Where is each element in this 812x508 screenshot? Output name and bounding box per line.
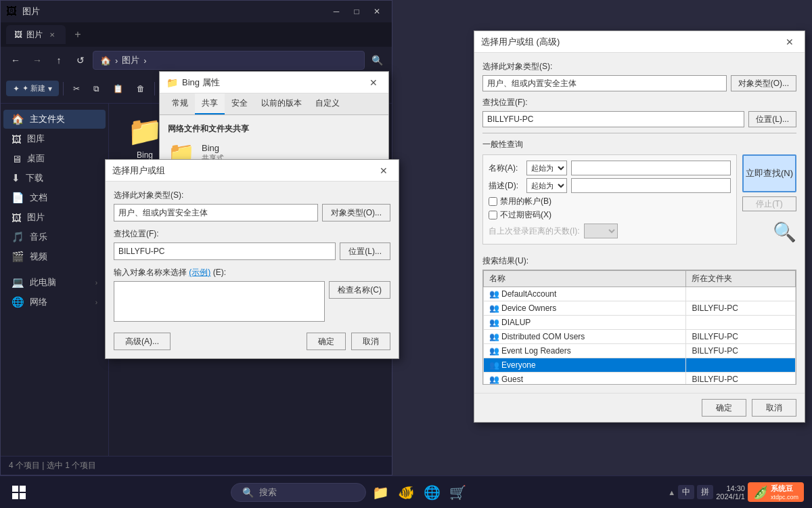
- sidebar-item-home[interactable]: 🏠 主文件夹: [3, 110, 106, 129]
- sidebar-item-gallery[interactable]: 🖼 图库: [3, 129, 106, 148]
- checkbox-noexpire-label: 不过期密码(X): [500, 209, 551, 221]
- sidebar-label-thispc: 此电脑: [30, 276, 56, 289]
- prop-tab-general[interactable]: 常规: [165, 93, 195, 114]
- cut-btn[interactable]: ✂: [68, 81, 85, 96]
- adv-ok-btn[interactable]: 确定: [702, 399, 746, 417]
- prop-tab-share[interactable]: 共享: [195, 93, 225, 114]
- tab-pictures[interactable]: 🖼 图片 ✕: [6, 25, 66, 44]
- sidebar-label-home: 主文件夹: [30, 113, 65, 125]
- new-tab-btn[interactable]: +: [68, 25, 87, 44]
- forward-btn[interactable]: →: [28, 51, 47, 70]
- clock-area[interactable]: 14:30 2024/1/1: [716, 484, 745, 501]
- address-text: 图片: [122, 54, 139, 66]
- close-btn[interactable]: ✕: [367, 4, 386, 19]
- su-small-close-btn[interactable]: ✕: [376, 164, 392, 177]
- explorer-taskbar-icon: 📁: [372, 484, 389, 501]
- paste-icon: 📋: [113, 84, 123, 93]
- su-location-btn[interactable]: 位置(L)...: [340, 242, 390, 260]
- adv-query-left: 名称(A): 起始为 描述(D): 起始为: [482, 154, 737, 250]
- adv-obj-type-btn[interactable]: 对象类型(O)...: [731, 75, 796, 91]
- sidebar-label-videos: 视频: [30, 251, 47, 263]
- table-row[interactable]: 👥GuestBILLYFU-PC: [484, 373, 796, 385]
- tab-close-btn[interactable]: ✕: [47, 29, 58, 40]
- query-desc-input[interactable]: [571, 178, 731, 193]
- sidebar-item-network[interactable]: 🌐 网络 ›: [3, 293, 106, 312]
- stop-btn[interactable]: 停止(T): [742, 196, 796, 211]
- prop-tab-security[interactable]: 安全: [225, 93, 254, 114]
- table-row[interactable]: 👥Device OwnersBILLYFU-PC: [484, 301, 796, 316]
- tray-arrow[interactable]: ▲: [668, 488, 675, 496]
- table-row[interactable]: 👥DefaultAccount: [484, 287, 796, 301]
- su-small-title-text: 选择用户或组: [112, 165, 165, 177]
- pictures-icon: 🖼: [12, 212, 22, 224]
- query-name-input[interactable]: [571, 161, 731, 175]
- sidebar-item-docs[interactable]: 📄 文档: [3, 188, 106, 207]
- new-button[interactable]: ✦ ✦ 新建 ▾: [6, 81, 59, 96]
- adv-close-btn[interactable]: ✕: [782, 35, 798, 49]
- su-obj-type-btn[interactable]: 对象类型(O)...: [322, 204, 390, 221]
- minimize-btn[interactable]: ─: [327, 4, 346, 19]
- ime-spell[interactable]: 拼: [697, 485, 713, 499]
- su-location-field[interactable]: BILLYFU-PC: [114, 242, 336, 260]
- refresh-btn[interactable]: ↺: [71, 51, 90, 70]
- table-row[interactable]: 👥Distributed COM UsersBILLYFU-PC: [484, 330, 796, 344]
- taskbar-icon-explorer[interactable]: 📁: [369, 480, 393, 505]
- ime-zh[interactable]: 中: [678, 485, 694, 499]
- up-btn[interactable]: ↑: [49, 51, 68, 70]
- results-container[interactable]: 名称 所在文件夹 👥DefaultAccount👥Device OwnersBI…: [482, 270, 796, 385]
- back-btn[interactable]: ←: [6, 51, 25, 70]
- adv-cancel-btn[interactable]: 取消: [752, 399, 796, 417]
- taskbar-icon-store[interactable]: 🛒: [446, 480, 470, 505]
- taskbar-icon-earth[interactable]: 🐠: [394, 480, 419, 505]
- start-btn[interactable]: [5, 479, 32, 506]
- prop-tab-previous[interactable]: 以前的版本: [254, 93, 309, 114]
- svg-rect-0: [12, 486, 18, 492]
- sidebar-item-pictures[interactable]: 🖼 图片: [3, 208, 106, 227]
- col-name-header: 名称: [484, 271, 686, 287]
- taskbar-icon-edge[interactable]: 🌐: [420, 480, 445, 505]
- delete-btn[interactable]: 🗑: [131, 81, 150, 96]
- query-name-filter[interactable]: 起始为: [526, 161, 567, 175]
- su-obj-type-field[interactable]: 用户、组或内置安全主体: [114, 204, 318, 221]
- su-example-link[interactable]: (示例): [189, 268, 210, 277]
- copy-btn[interactable]: ⧉: [88, 81, 105, 96]
- prop-tab-custom[interactable]: 自定义: [309, 93, 346, 114]
- su-check-btn[interactable]: 检查名称(C): [329, 281, 390, 299]
- maximize-btn[interactable]: □: [347, 4, 366, 19]
- adv-location-field[interactable]: BILLYFU-PC: [482, 111, 744, 127]
- title-bar: 🖼 图片 ─ □ ✕: [1, 1, 392, 22]
- sidebar-item-desktop[interactable]: 🖥 桌面: [3, 149, 106, 168]
- address-bar[interactable]: 🏠 › 图片 ›: [93, 51, 365, 70]
- su-ok-btn[interactable]: 确定: [307, 333, 346, 350]
- docs-icon: 📄: [12, 192, 24, 204]
- sidebar: 🏠 主文件夹 🖼 图库 🖥 桌面 ⬇ 下载 📄 文档 🖼 图片: [1, 104, 109, 456]
- su-enter-area: 输入对象名称来选择 (示例) (E):: [114, 267, 390, 278]
- su-enter-suffix: (E):: [213, 268, 226, 277]
- sidebar-item-music[interactable]: 🎵 音乐: [3, 228, 106, 247]
- svg-rect-1: [20, 486, 26, 492]
- days-input: [584, 224, 618, 238]
- sidebar-item-thispc[interactable]: 💻 此电脑 ›: [3, 273, 106, 292]
- search-nav-icon[interactable]: 🔍: [367, 51, 386, 70]
- su-advanced-btn[interactable]: 高级(A)...: [114, 333, 171, 350]
- taskbar-search[interactable]: 🔍 搜索: [231, 483, 366, 502]
- sidebar-item-downloads[interactable]: ⬇ 下载: [3, 169, 106, 188]
- su-name-input[interactable]: [114, 281, 325, 322]
- table-row[interactable]: 👥DIALUP: [484, 316, 796, 330]
- su-cancel-btn[interactable]: 取消: [351, 333, 390, 350]
- system-tray: ▲: [668, 488, 675, 496]
- sidebar-item-videos[interactable]: 🎬 视频: [3, 247, 106, 266]
- adv-obj-type-field[interactable]: 用户、组或内置安全主体: [482, 75, 727, 91]
- query-desc-filter[interactable]: 起始为: [526, 178, 567, 193]
- sidebar-label-gallery: 图库: [27, 133, 45, 145]
- prop-close-btn[interactable]: ✕: [365, 76, 382, 89]
- checkbox-noexpire[interactable]: [489, 211, 497, 219]
- checkbox-disabled[interactable]: [489, 197, 497, 206]
- table-row[interactable]: 👥Everyone: [484, 358, 796, 373]
- find-now-btn[interactable]: 立即查找(N): [742, 154, 796, 192]
- adv-location-btn[interactable]: 位置(L)...: [748, 111, 796, 127]
- store-taskbar-icon: 🛒: [449, 484, 466, 501]
- table-row[interactable]: 👥Event Log ReadersBILLYFU-PC: [484, 344, 796, 358]
- paste-btn[interactable]: 📋: [108, 81, 129, 96]
- sidebar-label-downloads: 下载: [26, 172, 43, 184]
